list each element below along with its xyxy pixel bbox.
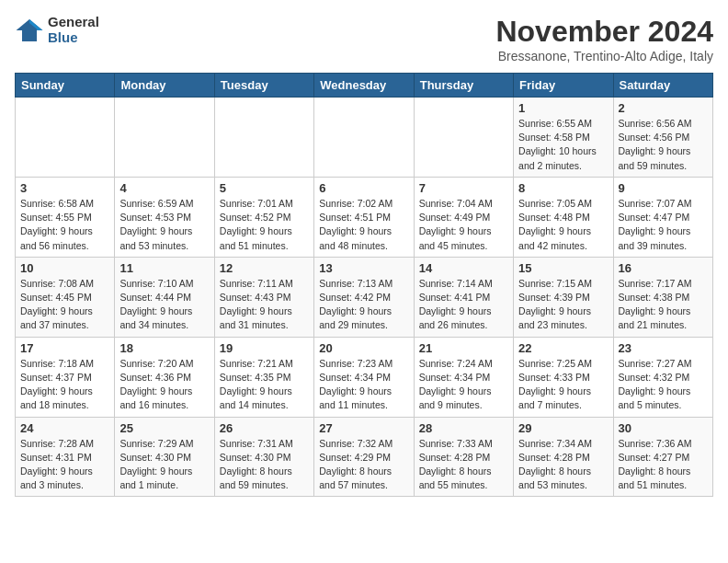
day-number: 10 <box>20 261 109 275</box>
day-number: 28 <box>419 421 508 435</box>
calendar-cell: 13Sunrise: 7:13 AMSunset: 4:42 PMDayligh… <box>314 257 414 337</box>
day-number: 13 <box>319 261 408 275</box>
title-area: November 2024 Bressanone, Trentino-Alto … <box>495 15 713 63</box>
header-wednesday: Wednesday <box>314 74 414 98</box>
day-number: 8 <box>518 181 608 195</box>
day-info: Sunrise: 7:32 AMSunset: 4:29 PMDaylight:… <box>319 437 408 493</box>
day-info: Sunrise: 6:56 AMSunset: 4:56 PMDaylight:… <box>619 117 708 173</box>
day-info: Sunrise: 7:23 AMSunset: 4:34 PMDaylight:… <box>319 357 408 413</box>
day-info: Sunrise: 7:28 AMSunset: 4:31 PMDaylight:… <box>20 437 109 493</box>
day-number: 26 <box>220 421 309 435</box>
day-info: Sunrise: 6:58 AMSunset: 4:55 PMDaylight:… <box>20 197 109 253</box>
day-number: 27 <box>319 421 408 435</box>
calendar-cell <box>414 98 513 178</box>
calendar-cell: 23Sunrise: 7:27 AMSunset: 4:32 PMDayligh… <box>613 337 712 417</box>
calendar-cell: 5Sunrise: 7:01 AMSunset: 4:52 PMDaylight… <box>214 177 313 257</box>
header-tuesday: Tuesday <box>214 74 313 98</box>
calendar-cell: 20Sunrise: 7:23 AMSunset: 4:34 PMDayligh… <box>314 337 414 417</box>
day-number: 11 <box>119 261 209 275</box>
day-number: 21 <box>419 341 508 355</box>
day-number: 19 <box>220 341 309 355</box>
week-row-1: 1Sunrise: 6:55 AMSunset: 4:58 PMDaylight… <box>16 98 713 178</box>
calendar-table: SundayMondayTuesdayWednesdayThursdayFrid… <box>15 73 713 497</box>
day-number: 20 <box>319 341 408 355</box>
calendar-cell <box>115 98 214 178</box>
logo-general: General <box>48 15 99 30</box>
day-number: 2 <box>619 101 708 115</box>
calendar-cell: 3Sunrise: 6:58 AMSunset: 4:55 PMDaylight… <box>16 177 115 257</box>
day-number: 22 <box>518 341 608 355</box>
day-number: 14 <box>419 261 508 275</box>
day-info: Sunrise: 7:36 AMSunset: 4:27 PMDaylight:… <box>619 437 708 493</box>
calendar-cell: 19Sunrise: 7:21 AMSunset: 4:35 PMDayligh… <box>214 337 313 417</box>
day-number: 7 <box>419 181 508 195</box>
calendar-cell: 16Sunrise: 7:17 AMSunset: 4:38 PMDayligh… <box>613 257 712 337</box>
header-sunday: Sunday <box>16 74 115 98</box>
calendar-cell: 26Sunrise: 7:31 AMSunset: 4:30 PMDayligh… <box>214 417 313 497</box>
day-number: 30 <box>619 421 708 435</box>
location-subtitle: Bressanone, Trentino-Alto Adige, Italy <box>495 49 713 63</box>
calendar-cell: 7Sunrise: 7:04 AMSunset: 4:49 PMDaylight… <box>414 177 513 257</box>
day-info: Sunrise: 7:15 AMSunset: 4:39 PMDaylight:… <box>518 277 608 333</box>
logo-blue: Blue <box>48 30 99 46</box>
day-info: Sunrise: 7:34 AMSunset: 4:28 PMDaylight:… <box>518 437 608 493</box>
calendar-cell: 18Sunrise: 7:20 AMSunset: 4:36 PMDayligh… <box>115 337 214 417</box>
day-info: Sunrise: 7:18 AMSunset: 4:37 PMDaylight:… <box>20 357 109 413</box>
logo-text: General Blue <box>48 15 99 45</box>
calendar-cell: 30Sunrise: 7:36 AMSunset: 4:27 PMDayligh… <box>613 417 712 497</box>
day-number: 24 <box>20 421 109 435</box>
calendar-cell: 28Sunrise: 7:33 AMSunset: 4:28 PMDayligh… <box>414 417 513 497</box>
day-info: Sunrise: 6:59 AMSunset: 4:53 PMDaylight:… <box>119 197 209 253</box>
week-row-4: 17Sunrise: 7:18 AMSunset: 4:37 PMDayligh… <box>16 337 713 417</box>
calendar-cell: 11Sunrise: 7:10 AMSunset: 4:44 PMDayligh… <box>115 257 214 337</box>
month-title: November 2024 <box>495 15 713 49</box>
calendar-cell: 17Sunrise: 7:18 AMSunset: 4:37 PMDayligh… <box>16 337 115 417</box>
calendar-cell: 14Sunrise: 7:14 AMSunset: 4:41 PMDayligh… <box>414 257 513 337</box>
day-info: Sunrise: 7:13 AMSunset: 4:42 PMDaylight:… <box>319 277 408 333</box>
header-saturday: Saturday <box>613 74 712 98</box>
calendar-cell: 12Sunrise: 7:11 AMSunset: 4:43 PMDayligh… <box>214 257 313 337</box>
page-header: General Blue November 2024 Bressanone, T… <box>15 15 713 63</box>
calendar-cell: 8Sunrise: 7:05 AMSunset: 4:48 PMDaylight… <box>514 177 613 257</box>
day-info: Sunrise: 7:07 AMSunset: 4:47 PMDaylight:… <box>619 197 708 253</box>
day-info: Sunrise: 7:25 AMSunset: 4:33 PMDaylight:… <box>518 357 608 413</box>
day-number: 5 <box>220 181 309 195</box>
header-thursday: Thursday <box>414 74 513 98</box>
day-number: 4 <box>119 181 209 195</box>
calendar-cell: 2Sunrise: 6:56 AMSunset: 4:56 PMDaylight… <box>613 98 712 178</box>
calendar-cell: 29Sunrise: 7:34 AMSunset: 4:28 PMDayligh… <box>514 417 613 497</box>
week-row-2: 3Sunrise: 6:58 AMSunset: 4:55 PMDaylight… <box>16 177 713 257</box>
header-friday: Friday <box>514 74 613 98</box>
calendar-body: 1Sunrise: 6:55 AMSunset: 4:58 PMDaylight… <box>16 98 713 497</box>
day-number: 1 <box>518 101 608 115</box>
day-info: Sunrise: 7:10 AMSunset: 4:44 PMDaylight:… <box>119 277 209 333</box>
calendar-cell: 9Sunrise: 7:07 AMSunset: 4:47 PMDaylight… <box>613 177 712 257</box>
day-info: Sunrise: 6:55 AMSunset: 4:58 PMDaylight:… <box>518 117 608 173</box>
calendar-cell <box>16 98 115 178</box>
calendar-cell: 10Sunrise: 7:08 AMSunset: 4:45 PMDayligh… <box>16 257 115 337</box>
header-row: SundayMondayTuesdayWednesdayThursdayFrid… <box>16 74 713 98</box>
calendar-cell: 15Sunrise: 7:15 AMSunset: 4:39 PMDayligh… <box>514 257 613 337</box>
day-info: Sunrise: 7:27 AMSunset: 4:32 PMDaylight:… <box>619 357 708 413</box>
day-number: 16 <box>619 261 708 275</box>
calendar-cell <box>314 98 414 178</box>
day-number: 6 <box>319 181 408 195</box>
day-info: Sunrise: 7:31 AMSunset: 4:30 PMDaylight:… <box>220 437 309 493</box>
day-number: 9 <box>619 181 708 195</box>
day-info: Sunrise: 7:04 AMSunset: 4:49 PMDaylight:… <box>419 197 508 253</box>
calendar-cell: 6Sunrise: 7:02 AMSunset: 4:51 PMDaylight… <box>314 177 414 257</box>
calendar-cell: 27Sunrise: 7:32 AMSunset: 4:29 PMDayligh… <box>314 417 414 497</box>
day-info: Sunrise: 7:14 AMSunset: 4:41 PMDaylight:… <box>419 277 508 333</box>
day-info: Sunrise: 7:33 AMSunset: 4:28 PMDaylight:… <box>419 437 508 493</box>
day-number: 17 <box>20 341 109 355</box>
logo: General Blue <box>15 15 99 45</box>
day-number: 3 <box>20 181 109 195</box>
day-number: 15 <box>518 261 608 275</box>
day-number: 25 <box>119 421 209 435</box>
day-info: Sunrise: 7:01 AMSunset: 4:52 PMDaylight:… <box>220 197 309 253</box>
day-info: Sunrise: 7:29 AMSunset: 4:30 PMDaylight:… <box>119 437 209 493</box>
day-info: Sunrise: 7:24 AMSunset: 4:34 PMDaylight:… <box>419 357 508 413</box>
day-number: 18 <box>119 341 209 355</box>
calendar-cell: 21Sunrise: 7:24 AMSunset: 4:34 PMDayligh… <box>414 337 513 417</box>
day-info: Sunrise: 7:20 AMSunset: 4:36 PMDaylight:… <box>119 357 209 413</box>
